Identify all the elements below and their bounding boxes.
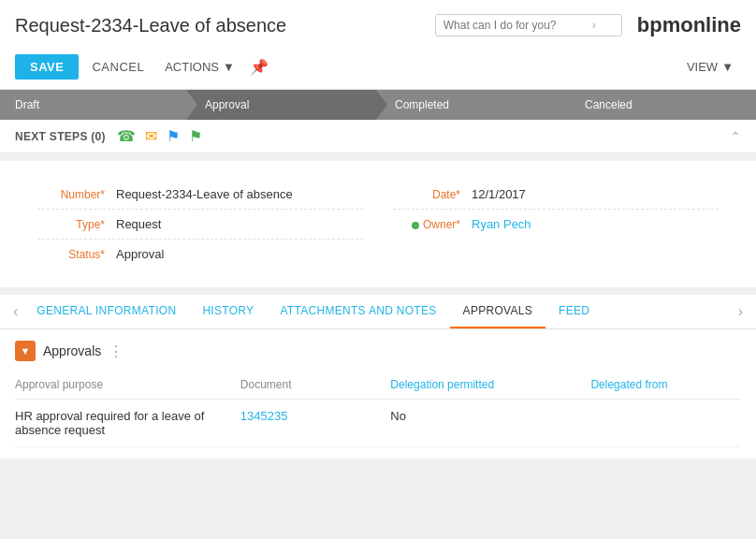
phone-icon[interactable]: ☎	[117, 127, 136, 145]
next-steps-label: NEXT STEPS (0)	[15, 130, 106, 143]
stage-approval[interactable]: Approval	[186, 90, 376, 120]
stage-approval-label: Approval	[205, 98, 249, 111]
stage-draft[interactable]: Draft	[0, 90, 186, 120]
next-steps-bar: NEXT STEPS (0) ☎ ✉ ⚑ ⚑ ⌃	[0, 120, 756, 153]
approvals-menu-button[interactable]: ⋮	[109, 342, 125, 360]
approvals-header: ▼ Approvals ⋮	[15, 341, 741, 361]
type-value: Request	[112, 217, 363, 231]
form-row-status: Status* Approval	[37, 240, 363, 269]
header-top: Request-2334-Leave of absence › bpmonlin…	[15, 13, 741, 37]
approvals-title: Approvals	[43, 343, 101, 358]
cell-delegation: No	[390, 400, 590, 447]
col-header-document: Document	[240, 372, 391, 400]
date-label: Date*	[393, 188, 468, 201]
task-icon[interactable]: ⚑	[167, 127, 180, 145]
actions-chevron-icon: ▼	[223, 60, 235, 74]
form-col-right: Date* 12/1/2017 Owner* Ryan Pech	[378, 180, 734, 269]
approvals-table-header: Approval purpose Document Delegation per…	[15, 372, 741, 400]
stages: Draft Approval Completed Canceled	[0, 90, 756, 120]
actions-button[interactable]: ACTIONS ▼	[157, 54, 242, 80]
view-button[interactable]: VIEW ▼	[679, 54, 741, 80]
page-title: Request-2334-Leave of absence	[15, 15, 286, 36]
search-input[interactable]	[443, 19, 589, 32]
tab-feed[interactable]: FEED	[545, 295, 603, 328]
approvals-icon-symbol: ▼	[21, 345, 31, 357]
col-header-delegation: Delegation permitted	[390, 372, 590, 400]
cell-delegated-from	[590, 400, 741, 447]
search-arrow-icon: ›	[592, 19, 596, 32]
tab-history[interactable]: HISTORY	[189, 295, 267, 328]
type-label: Type*	[37, 218, 112, 231]
flag-icon[interactable]: ⚑	[189, 127, 202, 145]
required-star: *	[100, 188, 105, 201]
required-star-owner: *	[456, 218, 460, 231]
pin-icon[interactable]: 📌	[250, 58, 269, 76]
tab-approvals[interactable]: APPROVALS	[450, 295, 546, 328]
owner-value: Ryan Pech	[468, 217, 719, 231]
tabs-section: ‹ GENERAL INFORMATION HISTORY ATTACHMENT…	[0, 295, 756, 459]
toolbar: SAVE CANCEL ACTIONS ▼ 📌 VIEW ▼	[15, 47, 741, 89]
owner-online-indicator	[412, 222, 419, 229]
approvals-icon: ▼	[15, 341, 36, 361]
form-section: Number* Request-2334-Leave of absence Ty…	[0, 161, 756, 287]
status-label: Status*	[37, 248, 112, 261]
number-value: Request-2334-Leave of absence	[112, 187, 363, 201]
form-row-date: Date* 12/1/2017	[393, 180, 719, 210]
search-box[interactable]: ›	[435, 14, 622, 36]
form-col-left: Number* Request-2334-Leave of absence Ty…	[22, 180, 378, 269]
brand-logo: bpmonline	[637, 13, 741, 37]
tabs-nav: ‹ GENERAL INFORMATION HISTORY ATTACHMENT…	[0, 295, 756, 329]
next-steps-icons: ☎ ✉ ⚑ ⚑	[117, 127, 202, 145]
stage-draft-label: Draft	[15, 98, 39, 111]
actions-label: ACTIONS	[165, 60, 219, 74]
date-value: 12/1/2017	[468, 187, 719, 201]
cancel-button[interactable]: CANCEL	[80, 54, 155, 80]
table-row: HR approval required for a leave of abse…	[15, 400, 741, 447]
form-row-number: Number* Request-2334-Leave of absence	[37, 180, 363, 210]
form-row-type: Type* Request	[37, 210, 363, 240]
approvals-table-body: HR approval required for a leave of abse…	[15, 400, 741, 447]
col-header-delegated-from: Delegated from	[590, 372, 741, 400]
cell-purpose: HR approval required for a leave of abse…	[15, 400, 240, 447]
view-label: VIEW	[687, 60, 718, 74]
tab-attachments-notes[interactable]: ATTACHMENTS AND NOTES	[267, 295, 449, 328]
stage-canceled[interactable]: Canceled	[566, 90, 756, 120]
required-star-status: *	[100, 248, 105, 261]
document-link[interactable]: 1345235	[240, 409, 288, 423]
email-icon[interactable]: ✉	[145, 127, 157, 145]
header: Request-2334-Leave of absence › bpmonlin…	[0, 0, 756, 90]
header-right: › bpmonline	[435, 13, 741, 37]
approvals-panel: ▼ Approvals ⋮ Approval purpose Document …	[0, 329, 756, 459]
view-chevron-icon: ▼	[721, 60, 734, 74]
status-value: Approval	[112, 247, 363, 261]
tab-general-information[interactable]: GENERAL INFORMATION	[23, 295, 189, 328]
stage-completed[interactable]: Completed	[376, 90, 566, 120]
form-grid: Number* Request-2334-Leave of absence Ty…	[22, 180, 734, 269]
stage-completed-label: Completed	[395, 98, 449, 111]
owner-label: Owner*	[393, 218, 468, 231]
col-header-purpose: Approval purpose	[15, 372, 240, 400]
stage-bar: Draft Approval Completed Canceled	[0, 90, 756, 120]
approvals-table: Approval purpose Document Delegation per…	[15, 372, 741, 447]
expand-button[interactable]: ⌃	[730, 129, 741, 144]
tabs-prev-button[interactable]: ‹	[7, 296, 23, 328]
form-row-owner: Owner* Ryan Pech	[393, 210, 719, 239]
brand-text: bpm	[637, 13, 680, 36]
brand-bold: online	[680, 13, 741, 36]
save-button[interactable]: SAVE	[15, 54, 79, 80]
required-star-type: *	[100, 218, 105, 231]
stage-canceled-label: Canceled	[585, 98, 632, 111]
required-star-date: *	[456, 188, 460, 201]
number-label: Number*	[37, 188, 112, 201]
cell-document[interactable]: 1345235	[240, 400, 391, 447]
tabs-next-button[interactable]: ›	[733, 296, 749, 328]
